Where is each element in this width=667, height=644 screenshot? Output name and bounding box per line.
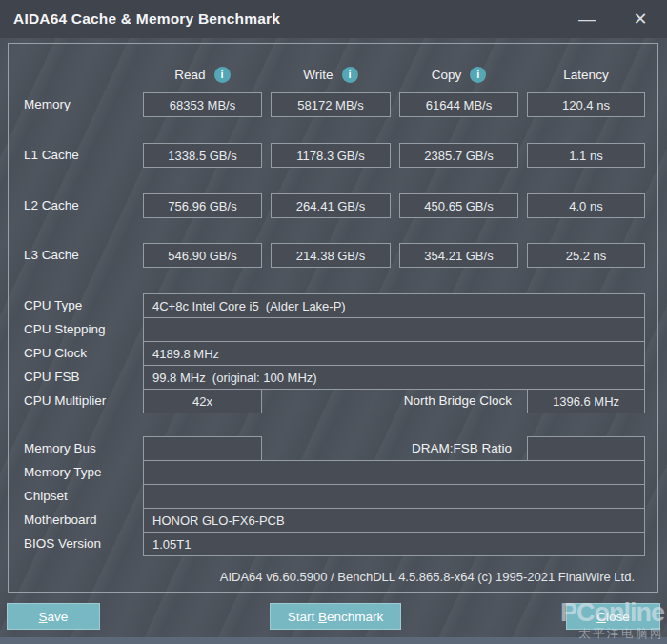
bottom-edge-strip [0, 637, 667, 644]
title-bar: AIDA64 Cache & Memory Benchmark — ✕ [0, 0, 667, 38]
column-header-label: Latency [563, 68, 608, 82]
value-field-cpu-clock: 4189.8 MHz [143, 341, 645, 366]
value-cell: 120.4 ns [527, 92, 645, 117]
row-label-l3-cache: L3 Cache [24, 243, 79, 268]
value-cell: 264.41 GB/s [271, 193, 391, 218]
value-cell: 1338.5 GB/s [143, 143, 262, 168]
value-cell: 756.96 GB/s [143, 193, 262, 218]
version-text: AIDA64 v6.60.5900 / BenchDLL 4.5.865.8-x… [220, 570, 635, 584]
column-header-write: Write i [271, 64, 391, 85]
column-header-label: Write [303, 68, 333, 82]
row-label-memory-type: Memory Type [24, 460, 102, 485]
value-field-bios-version: 1.05T1 [143, 532, 645, 556]
row-label-cpu-fsb: CPU FSB [24, 365, 80, 390]
value-field-chipset [143, 484, 645, 509]
row-label-cpu-multiplier: CPU Multiplier [24, 389, 106, 413]
value-cell: 1178.3 GB/s [271, 143, 391, 168]
value-cell: 58172 MB/s [271, 92, 391, 117]
row-label-l2-cache: L2 Cache [24, 193, 79, 218]
save-button[interactable]: Save [7, 603, 100, 630]
value-cell: 2385.7 GB/s [399, 143, 518, 168]
value-field-memory-type [143, 460, 645, 485]
value-cell: 68353 MB/s [143, 92, 262, 117]
row-label-north-bridge-clock: North Bridge Clock [404, 389, 512, 413]
value-field-cpu-multiplier: 42x [143, 389, 262, 413]
value-field-memory-bus [143, 436, 262, 461]
info-icon[interactable]: i [470, 67, 486, 83]
row-label-memory-bus: Memory Bus [24, 436, 96, 461]
row-label-memory: Memory [24, 92, 71, 117]
row-label-chipset: Chipset [24, 484, 68, 509]
row-label-l1-cache: L1 Cache [24, 143, 79, 168]
value-field-cpu-fsb: 99.8 MHz (original: 100 MHz) [143, 365, 645, 390]
value-cell: 4.0 ns [527, 193, 645, 218]
row-label-motherboard: Motherboard [24, 508, 97, 533]
value-field-north-bridge-clock: 1396.6 MHz [527, 389, 645, 413]
value-cell: 1.1 ns [527, 143, 645, 168]
value-cell: 214.38 GB/s [271, 243, 391, 268]
close-icon[interactable]: ✕ [625, 4, 656, 34]
value-cell: 354.21 GB/s [399, 243, 518, 268]
value-cell: 25.2 ns [527, 243, 645, 268]
info-icon[interactable]: i [342, 67, 358, 83]
value-field-dram-fsb-ratio [527, 436, 645, 461]
value-field-cpu-stepping [143, 317, 645, 342]
column-header-read: Read i [143, 64, 262, 85]
aida64-benchmark-window: AIDA64 Cache & Memory Benchmark — ✕ Read… [0, 0, 667, 644]
column-header-label: Copy [432, 68, 462, 82]
value-cell: 450.65 GB/s [399, 193, 518, 218]
column-header-latency: Latency [527, 64, 645, 85]
info-icon[interactable]: i [214, 67, 231, 83]
value-field-motherboard: HONOR GLO-FX6-PCB [143, 508, 645, 533]
row-label-dram-fsb-ratio: DRAM:FSB Ratio [412, 436, 512, 461]
column-header-copy: Copy i [399, 64, 518, 85]
value-field-cpu-type: 4C+8c Intel Core i5 (Alder Lake-P) [143, 293, 645, 318]
close-button[interactable]: Close [566, 603, 660, 630]
column-header-label: Read [174, 68, 205, 82]
start-benchmark-button[interactable]: Start Benchmark [270, 603, 401, 630]
value-cell: 61644 MB/s [399, 92, 518, 117]
row-label-cpu-stepping: CPU Stepping [24, 317, 106, 342]
row-label-cpu-clock: CPU Clock [24, 341, 87, 366]
row-label-bios-version: BIOS Version [24, 532, 101, 556]
minimize-icon[interactable]: — [572, 4, 602, 34]
value-cell: 546.90 GB/s [143, 243, 262, 268]
window-title: AIDA64 Cache & Memory Benchmark [13, 0, 280, 38]
row-label-cpu-type: CPU Type [24, 293, 82, 318]
